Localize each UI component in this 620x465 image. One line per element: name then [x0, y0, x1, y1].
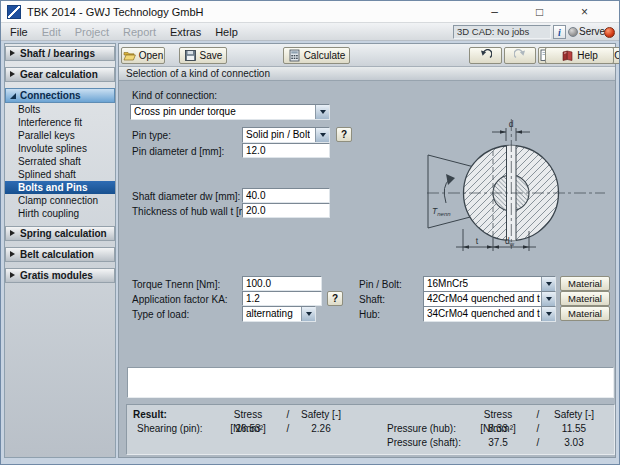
- sidebar-item-involute-splines[interactable]: Involute splines: [5, 142, 115, 155]
- stress-header: Stress [N/mm²]: [217, 408, 279, 422]
- results-right: Stress [N/mm²] / Safety [-] Pressure (hu…: [381, 408, 601, 450]
- slash: /: [529, 436, 547, 450]
- sidebar-item-parallel-keys[interactable]: Parallel keys: [5, 129, 115, 142]
- redo-button: [504, 47, 536, 64]
- safety-header: Safety [-]: [547, 408, 601, 422]
- pin-diameter-label: Pin diameter d [mm]:: [132, 146, 224, 157]
- slash: /: [529, 408, 547, 422]
- menubar: File Edit Project Report Extras Help 3D …: [1, 23, 620, 41]
- pin-bolt-material-select[interactable]: 16MnCr5: [423, 276, 556, 292]
- menu-items: File Edit Project Report Extras Help: [3, 23, 245, 41]
- save-button[interactable]: Save: [179, 47, 227, 64]
- pin-type-select[interactable]: Solid pin / Bolt: [242, 127, 330, 143]
- sidebar-header-label: Gear calculation: [20, 69, 98, 80]
- sidebar-header-label: Shaft / bearings: [20, 48, 95, 59]
- sidebar: Shaft / bearings Gear calculation Connec…: [4, 43, 116, 458]
- sidebar-header-label: Gratis modules: [20, 270, 93, 281]
- dropdown-arrow-icon[interactable]: [541, 277, 555, 291]
- safety-header: Safety [-]: [297, 408, 345, 422]
- calculate-button[interactable]: Calculate: [283, 47, 350, 64]
- result-stress-value: 8.33: [467, 422, 529, 436]
- slash: /: [279, 422, 297, 436]
- cad-status-field: 3D CAD: No jobs: [453, 25, 551, 39]
- shaft-diameter-input[interactable]: [242, 188, 330, 203]
- open-folder-icon: [123, 49, 136, 62]
- window-controls: – □ ×: [472, 1, 607, 23]
- pin-diameter-input[interactable]: [242, 143, 330, 158]
- spacer: [381, 408, 467, 422]
- main-panel: Open Save Calculate Report Opt: [118, 43, 616, 458]
- application-factor-input[interactable]: [242, 291, 322, 306]
- chevron-expanded-icon: [10, 93, 16, 99]
- sidebar-item-serrated-shaft[interactable]: Serrated shaft: [5, 155, 115, 168]
- menu-edit: Edit: [35, 23, 68, 41]
- kind-of-connection-label: Kind of connection:: [132, 90, 217, 101]
- menu-extras[interactable]: Extras: [163, 23, 208, 41]
- pin-type-label: Pin type:: [132, 130, 171, 141]
- undo-button[interactable]: [469, 47, 502, 64]
- sidebar-item-interference-fit[interactable]: Interference fit: [5, 116, 115, 129]
- app-window: TBK 2014 - GWJ Technology GmbH – □ × Fil…: [0, 0, 620, 465]
- sidebar-header-shaft-bearings[interactable]: Shaft / bearings: [5, 46, 115, 61]
- material-button-hub[interactable]: Material: [560, 306, 610, 321]
- pin-type-help-button[interactable]: ?: [336, 127, 352, 142]
- minimize-button[interactable]: –: [472, 1, 517, 23]
- dropdown-arrow-icon[interactable]: [541, 292, 555, 306]
- type-of-load-label: Type of load:: [132, 309, 189, 320]
- result-row-label: Pressure (shaft):: [381, 436, 467, 450]
- sidebar-header-belt-calculation[interactable]: Belt calculation: [5, 247, 115, 262]
- sidebar-item-clamp-connection[interactable]: Clamp connection: [5, 194, 115, 207]
- close-button[interactable]: ×: [562, 1, 607, 23]
- hub-wall-input[interactable]: [242, 203, 330, 218]
- sidebar-item-bolts-and-pins[interactable]: Bolts and Pins: [5, 181, 115, 194]
- info-button[interactable]: i: [553, 25, 566, 39]
- sidebar-header-spring-calculation[interactable]: Spring calculation: [5, 226, 115, 241]
- save-floppy-icon: [184, 49, 197, 62]
- calculate-label: Calculate: [304, 50, 346, 61]
- result-stress-value: 37.5: [467, 436, 529, 450]
- menu-file[interactable]: File: [3, 23, 35, 41]
- menu-help[interactable]: Help: [208, 23, 245, 41]
- results-title: Result:: [131, 408, 217, 422]
- section-title: Selection of a kind of connection: [126, 68, 270, 79]
- maximize-button[interactable]: □: [517, 1, 562, 23]
- help-book-icon: [561, 49, 574, 62]
- dropdown-arrow-icon[interactable]: [301, 307, 315, 321]
- sidebar-header-connections[interactable]: Connections: [5, 88, 115, 103]
- material-button-shaft[interactable]: Material: [560, 291, 610, 306]
- slash: /: [529, 422, 547, 436]
- titlebar: TBK 2014 - GWJ Technology GmbH – □ ×: [1, 1, 620, 23]
- redo-icon: [514, 49, 527, 62]
- sidebar-header-gear-calculation[interactable]: Gear calculation: [5, 67, 115, 82]
- type-of-load-value: alternating: [246, 308, 293, 319]
- dropdown-arrow-icon[interactable]: [315, 105, 329, 119]
- open-button[interactable]: Open: [121, 47, 165, 64]
- material-button-pin[interactable]: Material: [560, 276, 610, 291]
- sidebar-item-hirth-coupling[interactable]: Hirth coupling: [5, 207, 115, 220]
- options-label: Options: [614, 50, 620, 61]
- slash: /: [279, 408, 297, 422]
- server-status-led: [604, 27, 615, 38]
- chevron-right-icon: [10, 71, 15, 77]
- sidebar-header-gratis-modules[interactable]: Gratis modules: [5, 268, 115, 283]
- kind-of-connection-select[interactable]: Cross pin under torque: [130, 104, 330, 120]
- shaft-material-select[interactable]: 42CrMo4 quenched and tempered: [423, 291, 556, 307]
- dropdown-arrow-icon[interactable]: [541, 307, 555, 321]
- sidebar-item-splined-shaft[interactable]: Splined shaft: [5, 168, 115, 181]
- menu-report: Report: [116, 23, 163, 41]
- t-dimension-label: t: [476, 236, 479, 246]
- section-header: Selection of a kind of connection: [119, 67, 615, 81]
- torque-input[interactable]: [242, 276, 322, 291]
- connection-diagram: Tnenn: [425, 107, 615, 259]
- calculator-icon: [288, 49, 301, 62]
- dropdown-arrow-icon[interactable]: [315, 128, 329, 142]
- application-factor-help-button[interactable]: ?: [327, 291, 343, 306]
- result-safety-value: 3.03: [547, 436, 601, 450]
- result-row-label: Pressure (hub):: [381, 422, 467, 436]
- help-button[interactable]: Help: [545, 47, 614, 64]
- type-of-load-select[interactable]: alternating: [242, 306, 316, 322]
- kind-of-connection-value: Cross pin under torque: [134, 106, 236, 117]
- hub-material-select[interactable]: 34CrMo4 quenched and tempered: [423, 306, 556, 322]
- form-area: Kind of connection: Cross pin under torq…: [119, 81, 615, 457]
- sidebar-item-bolts[interactable]: Bolts: [5, 103, 115, 116]
